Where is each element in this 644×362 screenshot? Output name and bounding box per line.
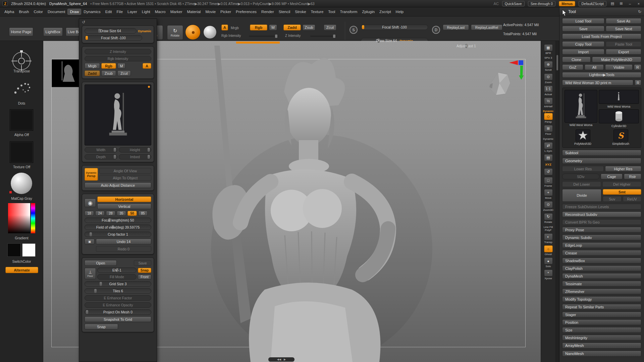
geometry-item[interactable]: Freeze SubDivision Levels (562, 204, 641, 209)
snapshot-to-grid-button[interactable]: Snapshot To Grid (85, 316, 151, 322)
horizontal-button[interactable]: Horizontal (97, 196, 151, 202)
close-icon[interactable]: × (636, 2, 641, 6)
menu-item[interactable]: Transform (337, 9, 360, 15)
panel-draw-size-slider[interactable]: Draw Size 64 (85, 28, 137, 34)
menu-item[interactable]: Document (45, 9, 67, 15)
save-as-button[interactable]: Save As (606, 18, 641, 24)
depth-slider[interactable]: Depth (85, 154, 117, 160)
color-picker-square[interactable] (8, 203, 30, 233)
panel-refresh-icon[interactable]: ↺ (82, 20, 85, 24)
focal-length-slider[interactable]: Focal length(mm) 50 (85, 218, 151, 223)
main-color-swatch[interactable] (7, 243, 21, 257)
canvas-scrollbar-handle[interactable] (556, 55, 558, 70)
right-shelf-item[interactable]: 1:1 Actual (541, 85, 556, 96)
sculpt-figure-image[interactable] (164, 41, 520, 362)
suv-button[interactable]: Suv (603, 196, 622, 202)
current-tool-r-button[interactable]: R (635, 80, 641, 85)
width-slider[interactable]: Width (85, 147, 117, 153)
higher-res-button[interactable]: Higher Res (605, 166, 641, 172)
geometry-section-header[interactable]: Geometry (562, 158, 641, 164)
menu-item[interactable]: Render (259, 9, 276, 15)
right-shelf-item[interactable]: Line Fill PolyF (541, 226, 556, 232)
focal-preset-button[interactable]: 85 (138, 211, 148, 216)
right-shelf-item[interactable]: * Xpose (541, 269, 556, 280)
subpalette-header[interactable]: ArrayMesh (562, 343, 641, 349)
alternate-button[interactable]: Alternate (5, 267, 38, 273)
del-lower-button[interactable]: Del Lower (562, 181, 601, 187)
zsub-button[interactable]: Zsub (303, 24, 315, 31)
rotate-button[interactable]: ↻ Rotate (167, 25, 183, 40)
panel-zcut-button[interactable]: Zcut (117, 70, 131, 76)
e-enhance-factor-slider[interactable]: E Enhance Factor (85, 295, 151, 301)
right-shelf-item[interactable]: ○ Ghost (541, 245, 556, 256)
paste-tool-button[interactable]: Paste Tool (606, 41, 641, 47)
focal-preset-button[interactable]: 18 (85, 211, 94, 216)
geometry-item[interactable]: ShadowBox (562, 258, 641, 263)
tiles-slider[interactable]: Tiles 6 (85, 288, 151, 294)
menu-item[interactable]: File (114, 9, 125, 15)
rgb-intensity-label[interactable]: Rgb Intensity (221, 34, 241, 38)
snap-small-button[interactable]: Snap (138, 268, 151, 273)
right-shelf-item[interactable]: ↺ (541, 168, 556, 175)
color-picker[interactable] (8, 203, 36, 233)
geometry-item[interactable]: Tessimate (562, 281, 641, 287)
menu-item[interactable]: Picker (218, 9, 233, 15)
fov-slider[interactable]: Field of view(deg) 39.59775 (85, 225, 151, 230)
smt-toggle[interactable]: Smt (603, 189, 641, 195)
front-button[interactable]: Front (138, 275, 151, 280)
d-stroke-badge[interactable]: D (432, 26, 440, 34)
panel-rgb-button[interactable]: Rgb (101, 63, 116, 69)
geometry-item[interactable]: Modify Topology (562, 296, 641, 302)
panel-z-intensity-slider[interactable]: Z Intensity (85, 49, 151, 54)
menu-item[interactable]: Stencil (276, 9, 293, 15)
rgb-intensity-handle[interactable] (275, 35, 277, 38)
auto-adjust-distance-button[interactable]: Auto Adjust Distance (85, 182, 151, 188)
make-polymesh3d-button[interactable]: Make PolyMesh3D (592, 57, 641, 62)
replay-last-button[interactable]: ReplayLast (443, 24, 469, 30)
right-shelf-item[interactable]: ⊕ Scroll (541, 61, 556, 71)
quicksave-button[interactable]: QuickSave (502, 1, 525, 6)
material-a-badge[interactable]: A (221, 24, 228, 31)
imbed-slider[interactable]: Imbed (119, 154, 152, 160)
geometry-item[interactable]: DynaMesh (562, 273, 641, 279)
right-shelf-item[interactable]: ▦ BPR (541, 44, 556, 55)
menu-item[interactable]: Light (140, 9, 153, 15)
angle-of-view-button[interactable]: Angle Of View (99, 168, 151, 174)
layout-tiles-icon[interactable]: ⊞ (619, 1, 624, 6)
default-zscript-button[interactable]: DefaultZScript (579, 1, 606, 6)
geometry-item[interactable]: Position (562, 319, 641, 325)
geometry-item[interactable]: ClayPolish (562, 265, 641, 271)
matcap-sphere[interactable] (10, 172, 33, 194)
camera-undo-icon[interactable]: ▣ (85, 239, 95, 244)
right-shelf-item[interactable]: □ Frame (541, 177, 556, 187)
panel-m-button[interactable]: M (117, 63, 125, 69)
right-shelf-item[interactable]: ↻ Rotate (541, 213, 556, 224)
right-shelf-item[interactable]: Dynamic ◇ Persp (541, 110, 556, 123)
menu-item[interactable]: Dynamics (81, 9, 103, 15)
save-next-button[interactable]: Save Next (606, 26, 641, 32)
goz-button[interactable]: GoZ (562, 64, 583, 70)
height-slider[interactable]: Height (119, 147, 152, 153)
tool-slot-cylinder[interactable] (599, 109, 639, 123)
divide-button[interactable]: Divide (562, 189, 601, 202)
save-tool-button[interactable]: Save (562, 26, 604, 32)
right-shelf-item[interactable]: ● Solo (541, 257, 556, 268)
stroke-dots-icon[interactable] (13, 77, 31, 96)
elv-slider[interactable]: Elv -1 (97, 267, 137, 273)
nav-right-icon[interactable]: ▶ (284, 358, 286, 361)
nav-left-icon[interactable]: ◀◀ (277, 358, 281, 361)
floor-button[interactable]: ⊥ Floor (85, 268, 96, 279)
tool-refresh-icon[interactable]: ↻ (638, 9, 641, 14)
redo-button[interactable]: Redo 0 (96, 246, 151, 252)
geometry-item[interactable]: Repeat To Similar Parts (562, 304, 641, 310)
z-intensity-handle[interactable] (333, 35, 335, 38)
panel-zsub-button[interactable]: Zsub (101, 70, 116, 76)
canvas-scroll-nav[interactable]: ◀◀ ▶ (268, 357, 294, 362)
axis-gizmo-icon[interactable] (509, 60, 525, 80)
home-page-button[interactable]: Home Page (9, 27, 33, 36)
right-shelf-item[interactable]: SPix 3 (541, 56, 556, 59)
rgb-button[interactable]: Rgb (250, 24, 267, 31)
menu-item[interactable]: Draw (67, 9, 81, 15)
zcut-button[interactable]: Zcut (324, 24, 336, 31)
rgb-intensity-groove[interactable] (249, 36, 278, 37)
